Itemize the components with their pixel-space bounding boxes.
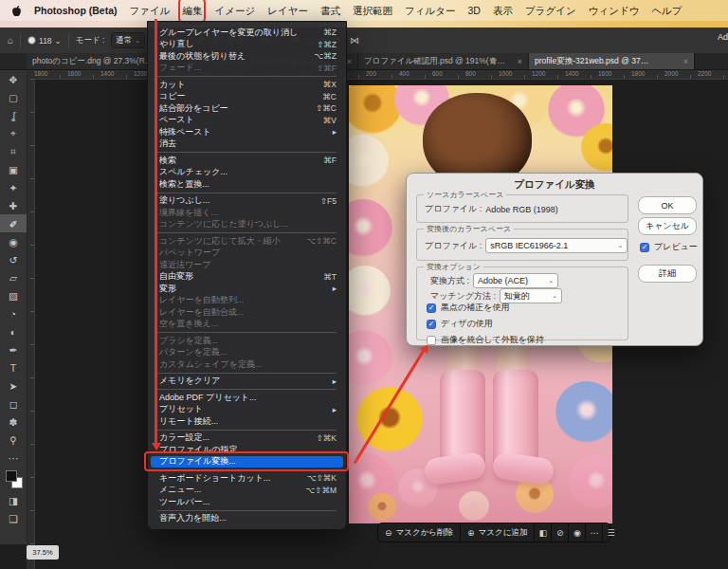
foreground-color-swatch[interactable] — [6, 470, 17, 482]
path-selection-tool[interactable]: ➤ — [0, 376, 27, 395]
edit-menu-item-21[interactable]: パペットワープ — [148, 248, 346, 260]
menubar-item-window[interactable]: ウィンドウ — [589, 0, 640, 21]
ok-button[interactable]: OK — [638, 196, 697, 214]
menubar-item-image[interactable]: イメージ — [214, 0, 255, 21]
frame-tool[interactable]: ▣ — [0, 160, 27, 178]
pen-tool[interactable]: ✒ — [0, 340, 27, 358]
share-button-truncated[interactable]: Ado — [718, 32, 728, 42]
color-swatches[interactable] — [0, 467, 27, 491]
menubar-item-type[interactable]: 書式 — [320, 0, 340, 21]
edit-menu-item-16[interactable]: 塗りつぶし...⇧F5 — [148, 195, 346, 208]
edit-menu-item-1[interactable]: やり直し⇧⌘Z — [148, 39, 346, 51]
edit-menu-item-9[interactable]: 特殊ペースト▸ — [148, 126, 346, 138]
more-options-icon[interactable]: ⋯ — [586, 523, 603, 541]
eraser-tool[interactable]: ▱ — [0, 268, 27, 286]
edit-menu-item-12[interactable]: 検索⌘F — [148, 155, 346, 167]
edit-menu-item-43[interactable]: キーボードショートカット...⌥⇧⌘K — [148, 472, 346, 485]
edit-menu-item-25[interactable]: レイヤーを自動整列... — [148, 295, 346, 307]
history-brush-tool[interactable]: ↺ — [0, 250, 27, 268]
use-dither-checkbox[interactable]: ✓ — [427, 320, 436, 329]
zoom-level-field[interactable]: 37.5% — [27, 545, 59, 560]
edit-menu-item-45[interactable]: ツールバー... — [148, 496, 346, 508]
edit-menu-item-8[interactable]: ペースト⌘V — [148, 115, 346, 127]
healing-brush-tool[interactable]: ✚ — [0, 196, 27, 214]
edit-menu-item-44[interactable]: メニュー...⌥⇧⌘M — [148, 485, 346, 497]
remove-from-mask-button[interactable]: ⊖ マスクから削除 — [378, 523, 461, 541]
type-tool[interactable]: T — [0, 358, 27, 376]
dialog-checkbox-row[interactable]: 画像を統合して外観を保持 — [427, 334, 544, 346]
lasso-tool[interactable]: ʆ — [0, 106, 27, 124]
add-to-mask-button[interactable]: ⊕ マスクに追加 — [461, 523, 535, 541]
flatten-image-checkbox[interactable] — [427, 336, 436, 345]
blur-tool[interactable]: ◔ — [0, 304, 27, 322]
preview-checkbox[interactable]: ✓ — [640, 243, 649, 252]
quick-mask-icon[interactable]: ◨ — [0, 491, 27, 509]
dodge-tool[interactable]: ◐ — [0, 322, 27, 340]
preview-checkbox-row[interactable]: ✓ プレビュー — [640, 241, 698, 253]
clone-stamp-tool[interactable]: ◉ — [0, 232, 27, 250]
eyedropper-tool[interactable]: ✦ — [0, 178, 27, 196]
edit-menu-item-18[interactable]: コンテンツに応じた塗りつぶし... — [148, 219, 346, 231]
edit-menu-item-31[interactable]: カスタムシェイプを定義... — [148, 358, 346, 371]
document-tab-4[interactable]: profile変換-321web.psd @ 37…× — [529, 53, 695, 69]
close-icon[interactable]: × — [347, 57, 352, 66]
brush-tool[interactable]: ✐ — [0, 214, 27, 232]
edit-menu-item-20[interactable]: コンテンツに応じて拡大・縮小⌥⇧⌘C — [148, 235, 346, 248]
edit-toolbar-icon[interactable]: ⋯ — [0, 449, 27, 467]
menubar-item-layer[interactable]: レイヤー — [267, 0, 308, 21]
cancel-button[interactable]: キャンセル — [638, 217, 697, 235]
edit-menu-item-22[interactable]: 遠近法ワープ — [148, 259, 346, 271]
edit-menu-item-47[interactable]: 音声入力を開始... — [148, 513, 346, 525]
object-selection-tool[interactable]: ⌖ — [0, 124, 27, 142]
engine-select[interactable]: Adobe (ACE) ⌄ — [473, 273, 558, 288]
crop-tool[interactable]: ⌗ — [0, 142, 27, 160]
symmetry-icon[interactable]: ⋈ — [350, 35, 359, 46]
menubar-item-view[interactable]: 表示 — [493, 0, 513, 21]
apple-menu-icon[interactable] — [11, 5, 22, 17]
edit-menu-item-33[interactable]: メモリをクリア▸ — [148, 376, 346, 388]
edit-menu-item-17[interactable]: 境界線を描く... — [148, 207, 346, 219]
close-icon[interactable]: × — [518, 57, 522, 66]
black-point-compensation-checkbox[interactable]: ✓ — [427, 303, 436, 313]
close-icon[interactable]: × — [683, 57, 688, 66]
edit-menu-item-36[interactable]: プリセット▸ — [148, 404, 346, 416]
menubar-item-file[interactable]: ファイル — [130, 0, 171, 21]
home-icon[interactable]: ⌂ — [8, 35, 13, 46]
edit-menu-item-13[interactable]: スペルチェック... — [148, 167, 346, 179]
menubar-item-photoshop[interactable]: Photoshop (Beta) — [34, 0, 118, 21]
edit-menu-item-7[interactable]: 結合部分をコピー⇧⌘C — [148, 102, 346, 115]
brush-preset-picker[interactable]: 118 ⌄ — [27, 36, 62, 46]
edit-menu-item-26[interactable]: レイヤーを自動合成... — [148, 306, 346, 319]
edit-menu-item-3[interactable]: フェード...⇧⌘F — [148, 63, 346, 75]
subtract-mask-icon[interactable]: ⊘ — [552, 523, 569, 541]
menubar-item-3d[interactable]: 3D — [467, 0, 480, 21]
edit-menu-item-2[interactable]: 最後の状態を切り替え⌥⌘Z — [148, 50, 346, 63]
edit-menu-item-30[interactable]: パターンを定義... — [148, 347, 346, 359]
menubar-item-filter[interactable]: フィルター — [405, 0, 455, 21]
blend-mode-select[interactable]: 通常 ⌄ — [111, 32, 145, 48]
edit-menu-item-0[interactable]: グループレイヤーを変更の取り消し⌘Z — [148, 27, 346, 39]
edit-menu-item-24[interactable]: 変形▸ — [148, 283, 346, 295]
edit-menu-item-14[interactable]: 検索と置換... — [148, 178, 346, 191]
advanced-button[interactable]: 詳細 — [638, 265, 697, 283]
menubar-item-plugins[interactable]: プラグイン — [525, 0, 576, 21]
hand-tool[interactable]: ✽ — [0, 413, 27, 431]
visibility-icon[interactable]: ◉ — [569, 523, 586, 541]
marquee-tool[interactable]: ▢ — [0, 88, 27, 106]
edit-menu-item-29[interactable]: ブラシを定義... — [148, 335, 346, 347]
edit-menu-item-5[interactable]: カット⌘X — [148, 79, 346, 91]
edit-menu-item-39[interactable]: カラー設定...⇧⌘K — [148, 432, 346, 445]
edit-menu-item-10[interactable]: 消去 — [148, 138, 346, 151]
edit-menu-item-23[interactable]: 自由変形⌘T — [148, 271, 346, 284]
edit-menu-item-35[interactable]: Adobe PDF プリセット... — [148, 392, 346, 404]
document-tab-3[interactable]: プロファイル確認用.psd @ 191%(青…× — [358, 53, 529, 69]
edit-menu-item-27[interactable]: 空を置き換え... — [148, 319, 346, 331]
menubar-item-help[interactable]: ヘルプ — [651, 0, 682, 21]
zoom-tool[interactable]: ⚲ — [0, 431, 27, 449]
dialog-checkbox-row[interactable]: ✓黒点の補正を使用 — [427, 302, 544, 314]
screen-mode-icon[interactable]: ❏ — [0, 509, 27, 527]
invert-mask-icon[interactable]: ◧ — [535, 523, 552, 541]
gradient-tool[interactable]: ▨ — [0, 286, 27, 304]
adjustments-icon[interactable]: ☰ — [603, 523, 619, 541]
menubar-item-edit[interactable]: 編集 — [182, 0, 202, 21]
